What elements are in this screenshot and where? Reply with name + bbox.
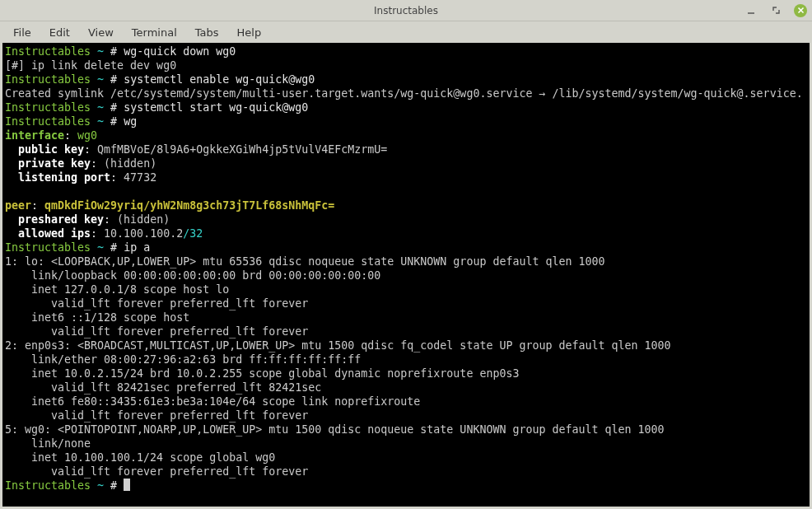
terminal-window: Instructables File Edit View Terminal Ta… [0, 0, 812, 509]
ipa-line-4: inet6 ::1/128 scope host [5, 311, 196, 324]
iface-label: interface [5, 129, 64, 142]
privkey-val: (hidden) [104, 157, 156, 170]
menu-view[interactable]: View [80, 24, 122, 41]
out-down: [#] ip link delete dev wg0 [5, 59, 176, 72]
psk-label: preshared key [18, 213, 104, 226]
privkey-label: private key [18, 157, 91, 170]
ipa-line-11: valid_lft forever preferred_lft forever [5, 409, 308, 422]
prompt-host: Instructables [5, 45, 91, 58]
menu-tabs[interactable]: Tabs [187, 24, 227, 41]
pubkey-label: public key [18, 143, 84, 156]
maximize-button[interactable] [769, 4, 782, 17]
prompt-host: Instructables [5, 115, 91, 128]
prompt-cwd: ~ [91, 45, 110, 58]
menu-terminal[interactable]: Terminal [124, 24, 185, 41]
terminal-viewport[interactable]: Instructables ~ # wg-quick down wg0 [#] … [2, 43, 810, 507]
menu-edit[interactable]: Edit [41, 24, 78, 41]
ipa-line-1: link/loopback 00:00:00:00:00:00 brd 00:0… [5, 269, 380, 282]
aips-ip: 10.100.100.2 [104, 227, 183, 240]
ipa-line-12: 5: wg0: <POINTOPOINT,NOARP,UP,LOWER_UP> … [5, 423, 665, 436]
cmd-1: wg-quick down wg0 [124, 45, 236, 58]
prompt-host: Instructables [5, 101, 91, 114]
ipa-line-3: valid_lft forever preferred_lft forever [5, 297, 308, 310]
ipa-line-15: valid_lft forever preferred_lft forever [5, 465, 308, 478]
ipa-line-8: inet 10.0.2.15/24 brd 10.0.2.255 scope g… [5, 367, 519, 380]
ipa-line-0: 1: lo: <LOOPBACK,UP,LOWER_UP> mtu 65536 … [5, 255, 605, 268]
ipa-line-7: link/ether 08:00:27:96:a2:63 brd ff:ff:f… [5, 353, 361, 366]
cmd-3: systemctl start wg-quick@wg0 [124, 101, 308, 114]
aips-mask: /32 [183, 227, 203, 240]
prompt-host: Instructables [5, 241, 91, 254]
ipa-line-2: inet 127.0.0.1/8 scope host lo [5, 283, 229, 296]
peer-label: peer [5, 199, 31, 212]
lport-val: 47732 [124, 171, 156, 184]
ipa-line-14: inet 10.100.100.1/24 scope global wg0 [5, 451, 275, 464]
lport-label: listening port [18, 171, 110, 184]
cursor [124, 479, 130, 491]
prompt-hash: # [110, 479, 124, 492]
close-button[interactable] [794, 4, 807, 17]
prompt-hash: # [110, 101, 124, 114]
menu-file[interactable]: File [5, 24, 40, 41]
pubkey-val: QmfMBVoE/8l9A6+OgkkeXGiWh4jp5tVulV4EFcMz… [97, 143, 387, 156]
menubar: File Edit View Terminal Tabs Help [0, 21, 812, 43]
prompt-hash: # [110, 73, 124, 86]
ipa-line-5: valid_lft forever preferred_lft forever [5, 325, 308, 338]
prompt-cwd: ~ [91, 73, 110, 86]
prompt-cwd: ~ [91, 115, 110, 128]
ipa-line-9: valid_lft 82421sec preferred_lft 82421se… [5, 381, 321, 394]
peer-val: qmDkdFiOw29yriq/yhW2Nm8g3ch73jT7Lf68sNhM… [44, 199, 334, 212]
psk-val: (hidden) [117, 213, 170, 226]
cmd-5: ip a [124, 241, 150, 254]
ipa-line-10: inet6 fe80::3435:61e3:be3a:104e/64 scope… [5, 395, 427, 408]
cmd-4: wg [124, 115, 137, 128]
prompt-hash: # [110, 115, 124, 128]
prompt-hash: # [110, 45, 124, 58]
prompt-hash: # [110, 241, 124, 254]
ipa-line-13: link/none [5, 437, 97, 450]
out-enable: Created symlink /etc/systemd/system/mult… [5, 87, 803, 100]
prompt-cwd: ~ [91, 241, 110, 254]
aips-label: allowed ips [18, 227, 91, 240]
cmd-2: systemctl enable wg-quick@wg0 [124, 73, 315, 86]
window-titlebar: Instructables [0, 0, 812, 21]
window-controls [744, 0, 807, 21]
iface-val: wg0 [77, 129, 97, 142]
prompt-host: Instructables [5, 479, 91, 492]
prompt-cwd: ~ [91, 101, 110, 114]
minimize-button[interactable] [744, 4, 758, 17]
menu-help[interactable]: Help [229, 24, 270, 41]
prompt-cwd: ~ [91, 479, 110, 492]
window-title: Instructables [374, 5, 438, 16]
ipa-line-6: 2: enp0s3: <BROADCAST,MULTICAST,UP,LOWER… [5, 339, 671, 352]
prompt-host: Instructables [5, 73, 91, 86]
